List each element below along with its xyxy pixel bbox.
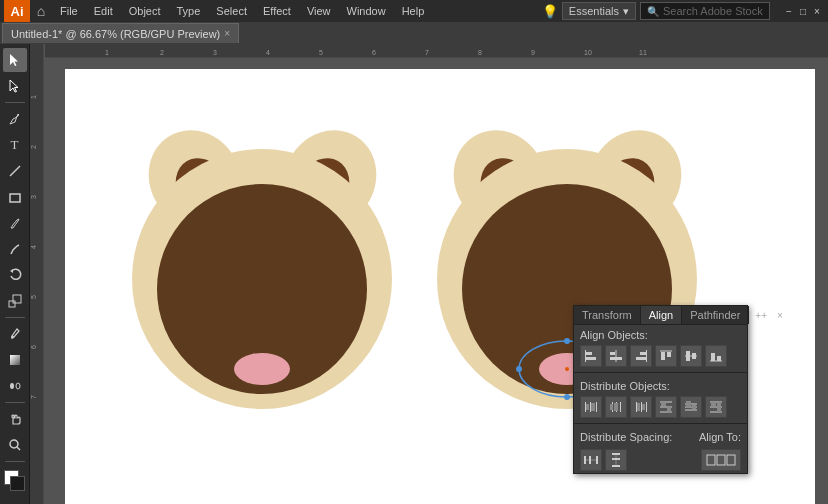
rotate-tool[interactable] <box>3 263 27 287</box>
zoom-tool[interactable] <box>3 433 27 457</box>
svg-rect-83 <box>641 402 642 412</box>
distribute-objects-row <box>574 394 747 420</box>
svg-text:2: 2 <box>160 49 164 56</box>
blend-tool[interactable] <box>3 374 27 398</box>
spacing-row <box>574 447 747 473</box>
svg-rect-59 <box>610 357 622 360</box>
svg-rect-74 <box>596 402 597 412</box>
panel-close-button[interactable]: × <box>773 310 787 321</box>
svg-rect-9 <box>10 355 20 365</box>
home-icon[interactable]: ⌂ <box>30 0 52 22</box>
toolbox: T <box>0 44 30 504</box>
search-bar[interactable]: 🔍 Search Adobe Stock <box>640 2 770 20</box>
svg-rect-104 <box>596 456 598 464</box>
svg-rect-58 <box>610 352 615 355</box>
svg-text:5: 5 <box>30 295 37 299</box>
svg-rect-112 <box>707 455 715 465</box>
menu-file[interactable]: File <box>52 0 86 22</box>
svg-text:7: 7 <box>425 49 429 56</box>
svg-text:8: 8 <box>478 49 482 56</box>
svg-point-11 <box>16 383 20 389</box>
pathfinder-tab[interactable]: Pathfinder <box>682 306 749 324</box>
tool-divider-4 <box>5 461 25 462</box>
distribute-center-v[interactable] <box>605 396 627 418</box>
pen-tool[interactable] <box>3 107 27 131</box>
panel-tabs: Transform Align Pathfinder ++ × <box>574 306 747 325</box>
restore-button[interactable]: □ <box>796 4 810 18</box>
transform-tab[interactable]: Transform <box>574 306 641 324</box>
document-tab[interactable]: Untitled-1* @ 66.67% (RGB/GPU Preview) × <box>2 23 239 43</box>
svg-text:6: 6 <box>30 345 37 349</box>
svg-rect-6 <box>9 301 15 307</box>
direct-selection-tool[interactable] <box>3 74 27 98</box>
search-placeholder: Search Adobe Stock <box>663 5 763 17</box>
distribute-right[interactable] <box>630 396 652 418</box>
ruler-left: 1 2 3 4 5 6 7 <box>30 44 45 504</box>
type-tool[interactable]: T <box>3 133 27 157</box>
distribute-top[interactable] <box>655 396 677 418</box>
stroke-color[interactable] <box>10 476 25 491</box>
ai-assistant-icon[interactable]: 💡 <box>542 4 558 19</box>
svg-text:10: 10 <box>584 49 592 56</box>
menu-effect[interactable]: Effect <box>255 0 299 22</box>
pencil-tool[interactable] <box>3 237 27 261</box>
distribute-center-h[interactable] <box>680 396 702 418</box>
align-to-dropdown[interactable] <box>701 449 741 471</box>
close-button[interactable]: × <box>810 4 824 18</box>
color-boxes[interactable] <box>4 470 26 492</box>
window-controls: − □ × <box>782 4 824 18</box>
tab-close-button[interactable]: × <box>224 28 230 39</box>
distribute-left[interactable] <box>580 396 602 418</box>
svg-text:3: 3 <box>30 195 37 199</box>
eyedropper-tool[interactable] <box>3 322 27 346</box>
minimize-button[interactable]: − <box>782 4 796 18</box>
svg-rect-113 <box>717 455 725 465</box>
canvas-area[interactable]: 1 2 3 4 5 6 7 8 9 10 11 1 2 3 4 5 6 <box>30 44 828 504</box>
svg-rect-82 <box>636 402 637 412</box>
rect-tool[interactable] <box>3 185 27 209</box>
align-bottom-edges[interactable] <box>705 345 727 367</box>
menu-right: 💡 Essentials ▾ 🔍 Search Adobe Stock − □ … <box>542 2 824 20</box>
menu-help[interactable]: Help <box>394 0 433 22</box>
menu-object[interactable]: Object <box>121 0 169 22</box>
brush-tool[interactable] <box>3 211 27 235</box>
svg-rect-102 <box>584 456 586 464</box>
line-tool[interactable] <box>3 159 27 183</box>
menu-window[interactable]: Window <box>339 0 394 22</box>
align-panel: Transform Align Pathfinder ++ × Align Ob… <box>573 305 748 474</box>
svg-rect-7 <box>13 295 21 303</box>
distribute-spacing-label: Distribute Spacing: <box>580 431 672 443</box>
svg-text:1: 1 <box>105 49 109 56</box>
tool-divider-2 <box>5 317 25 318</box>
menu-edit[interactable]: Edit <box>86 0 121 22</box>
distribute-spacing-h[interactable] <box>580 449 602 471</box>
align-center-vertical[interactable] <box>605 345 627 367</box>
distribute-bottom[interactable] <box>705 396 727 418</box>
svg-rect-107 <box>612 453 620 455</box>
menu-view[interactable]: View <box>299 0 339 22</box>
menu-select[interactable]: Select <box>208 0 255 22</box>
gradient-tool[interactable] <box>3 348 27 372</box>
hand-tool[interactable] <box>3 407 27 431</box>
canvas-content[interactable]: Transform Align Pathfinder ++ × Align Ob… <box>45 59 828 504</box>
distribute-spacing-row: Distribute Spacing: Align To: <box>574 427 747 447</box>
align-left-edges[interactable] <box>580 345 602 367</box>
align-tab[interactable]: Align <box>641 306 682 324</box>
svg-rect-81 <box>614 403 618 411</box>
panel-menu-icon[interactable]: ++ <box>749 310 773 321</box>
svg-rect-114 <box>727 455 735 465</box>
align-top-edges[interactable] <box>655 345 677 367</box>
left-cat <box>131 113 394 409</box>
svg-marker-0 <box>10 54 18 66</box>
align-objects-label: Align Objects: <box>574 325 747 343</box>
align-center-horizontal[interactable] <box>680 345 702 367</box>
svg-point-10 <box>10 383 14 389</box>
selection-tool[interactable] <box>3 48 27 72</box>
svg-rect-64 <box>661 352 665 360</box>
menu-type[interactable]: Type <box>169 0 209 22</box>
scale-tool[interactable] <box>3 289 27 313</box>
svg-rect-90 <box>661 402 666 406</box>
align-right-edges[interactable] <box>630 345 652 367</box>
distribute-spacing-v[interactable] <box>605 449 627 471</box>
workspace-dropdown[interactable]: Essentials ▾ <box>562 2 636 20</box>
